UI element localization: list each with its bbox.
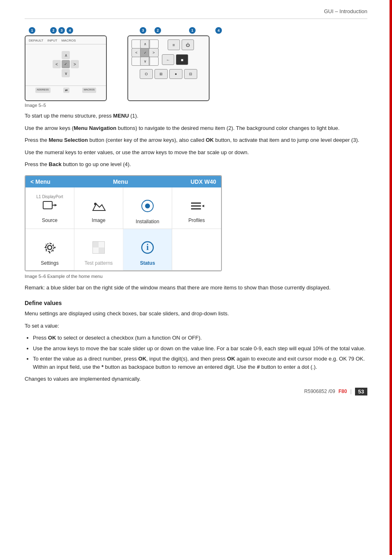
status-icon: i — [140, 240, 155, 258]
nav-cross: ∧ < ✓ > ∨ — [53, 51, 79, 77]
svg-point-13 — [46, 243, 54, 252]
footer: R5906852 /09 F80 | 53 — [304, 388, 367, 395]
figure1-caption: Image 5–5 — [25, 103, 115, 108]
menu-item-settings[interactable]: Settings — [25, 229, 74, 271]
remote-btn-dot: ● — [169, 69, 182, 79]
installation-icon — [140, 199, 155, 216]
menu-title: Menu — [113, 178, 128, 185]
callout-2: 2 — [50, 27, 57, 34]
testpatterns-label: Test patterns — [85, 260, 113, 266]
svg-rect-16 — [99, 247, 104, 253]
para-1: To start up the menu structure, press ME… — [25, 112, 367, 120]
footer-code: R5906852 /09 — [304, 388, 335, 394]
device-btn-wifi: ⇄ — [63, 88, 69, 93]
testpatterns-icon — [91, 240, 106, 258]
device-label-input: INPUT — [47, 39, 57, 42]
remote-btn-power: ⏻ — [182, 39, 194, 50]
callout-r2: 2 — [154, 27, 161, 34]
bullet-2: Use the arrow keys to move the bar scale… — [33, 345, 367, 353]
remote-btn-grid: ⊞ — [154, 69, 168, 79]
footer-revision: F80 — [339, 388, 347, 394]
define-values-heading: Define values — [25, 300, 367, 306]
menu-item-status[interactable]: i Status — [123, 229, 172, 271]
menu-grid: L1 DisplayPort Source — [25, 187, 221, 271]
menu-device: UDX W40 — [191, 178, 216, 185]
settings-icon — [42, 240, 57, 258]
status-label: Status — [140, 260, 155, 266]
bullet-3: To enter the value as a direct number, p… — [33, 355, 367, 371]
menu-header: < Menu Menu UDX W40 — [25, 176, 221, 187]
bullet-1: Press OK to select or deselect a checkbo… — [33, 334, 367, 342]
device-btn-macros: MACROS — [82, 88, 96, 93]
bullet-list: Press OK to select or deselect a checkbo… — [25, 334, 367, 371]
installation-label: Installation — [136, 219, 159, 224]
callout-4: 4 — [67, 27, 73, 34]
menu-screenshot: < Menu Menu UDX W40 L1 DisplayPort Sourc… — [25, 175, 222, 271]
profiles-icon — [189, 200, 204, 215]
remote-btn-black: ■ — [176, 54, 188, 65]
callout-r4: 4 — [215, 27, 222, 34]
svg-point-5 — [145, 204, 150, 208]
svg-point-4 — [94, 203, 97, 205]
profiles-label: Profiles — [188, 217, 205, 223]
menu-item-image[interactable]: Image — [74, 187, 123, 229]
figures-row: 1 2 3 4 DEFAULT INPUT MACROS — [25, 27, 367, 108]
figure2-caption: Image 5–6 Example of the home menu — [25, 274, 367, 279]
para-3: Press the Menu Selection button (center … — [25, 136, 367, 144]
device-label-macro: MACROS — [61, 39, 76, 42]
device-body: DEFAULT INPUT MACROS ∧ < ✓ > — [25, 35, 107, 101]
svg-rect-18 — [93, 247, 99, 253]
svg-marker-10 — [202, 205, 204, 207]
menu-item-source[interactable]: L1 DisplayPort Source — [25, 187, 74, 229]
define-values-final: Changes to values are implemented dynami… — [25, 375, 367, 383]
remote-btn-o: O — [140, 69, 153, 79]
svg-text:i: i — [146, 243, 149, 252]
device-figure: 1 2 3 4 DEFAULT INPUT MACROS — [25, 27, 115, 108]
callout-1: 1 — [29, 27, 35, 34]
remote-btn-minus: ⊟ — [184, 69, 197, 79]
source-icon — [42, 200, 57, 215]
callout-r3: 3 — [140, 27, 146, 34]
header: GUI – Introduction — [25, 8, 367, 19]
remote-btn-menu: ≡ — [168, 39, 180, 50]
device-btn-address: ADDRESS — [35, 88, 51, 93]
source-sublabel: L1 DisplayPort — [36, 194, 63, 199]
remote-body: ∧ < ✓ > ∨ ≡ ⏻ — [127, 35, 210, 101]
remote-figure: 3 2 1 4 ∧ < ✓ > — [127, 27, 222, 101]
source-label: Source — [42, 217, 58, 223]
callout-3: 3 — [58, 27, 65, 34]
para-5: Press the Back button to go up one level… — [25, 160, 367, 169]
menu-item-testpatterns[interactable]: Test patterns — [74, 229, 123, 271]
remote-btn-back: ← — [162, 54, 174, 65]
para-4: Use the numeral keys to enter values, or… — [25, 148, 367, 157]
define-values-intro2: To set a value: — [25, 322, 367, 330]
svg-marker-2 — [55, 204, 57, 206]
header-title: GUI – Introduction — [324, 8, 368, 14]
menu-item-empty — [172, 229, 221, 271]
callout-r1: 1 — [189, 27, 196, 34]
menu-item-profiles[interactable]: Profiles — [172, 187, 221, 229]
define-values-intro1: Menu settings are displayed using check … — [25, 310, 367, 318]
menu-back[interactable]: < Menu — [30, 178, 51, 185]
menu-item-installation[interactable]: Installation — [123, 187, 172, 229]
footer-page: 53 — [355, 388, 367, 395]
svg-rect-0 — [43, 201, 52, 209]
svg-rect-15 — [93, 242, 99, 247]
svg-point-12 — [48, 245, 52, 250]
image-label: Image — [92, 217, 105, 223]
image-icon — [91, 200, 106, 215]
svg-rect-17 — [99, 242, 104, 247]
remark-text: Remark: a blue slider bar on the right s… — [25, 284, 367, 292]
settings-label: Settings — [41, 260, 58, 266]
device-label-default: DEFAULT — [29, 39, 43, 42]
para-2: Use the arrow keys (Menu Navigation butt… — [25, 124, 367, 132]
